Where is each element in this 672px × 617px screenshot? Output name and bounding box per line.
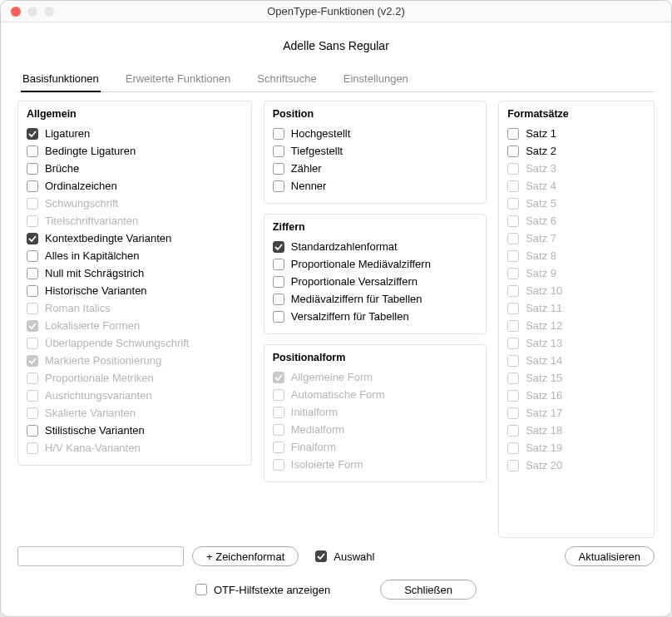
ziffern-item-2[interactable]: Proportionale Versalziffern [273, 273, 477, 290]
checkbox-icon[interactable] [273, 163, 284, 175]
group-ziffern: ZiffernStandardzahlenformatProportionale… [264, 214, 487, 334]
checkbox-label: Roman Italics [45, 302, 111, 314]
checkbox-label: Satz 7 [526, 232, 556, 244]
ziffern-item-1[interactable]: Proportionale Mediävalziffern [273, 255, 477, 273]
format-name-input[interactable] [17, 546, 184, 566]
positionalform-item-3: Medialform [273, 421, 477, 438]
checkbox-icon [507, 407, 519, 419]
position-item-1[interactable]: Tiefgestellt [273, 142, 477, 160]
checkbox-label: Kontextbedingte Varianten [45, 232, 171, 244]
allgemein-item-2[interactable]: Brüche [27, 160, 243, 177]
allgemein-item-0[interactable]: Ligaturen [27, 125, 243, 142]
formatsaetze-item-2: Satz 3 [507, 160, 645, 177]
zoom-icon[interactable] [44, 7, 54, 17]
formatsaetze-item-16: Satz 17 [507, 404, 645, 422]
position-item-3[interactable]: Nenner [273, 177, 477, 195]
tab-1[interactable]: Erweiterte Funktionen [124, 67, 232, 91]
hilfetexte-checkbox-row[interactable]: OTF-Hilfstexte anzeigen [195, 581, 330, 599]
group-position: PositionHochgestelltTiefgestelltZählerNe… [264, 101, 487, 204]
checkbox-label: Markierte Positionierung [45, 354, 161, 367]
formatsaetze-item-8: Satz 9 [507, 264, 645, 282]
font-name: Adelle Sans Regular [17, 39, 655, 52]
allgemein-item-12: Überlappende Schwungschrift [27, 334, 243, 352]
checkbox-icon [507, 460, 519, 471]
allgemein-item-17[interactable]: Stilistische Varianten [27, 422, 243, 439]
checkbox-icon[interactable] [27, 233, 38, 244]
tab-3[interactable]: Einstellungen [342, 67, 410, 91]
auswahl-checkbox[interactable] [315, 550, 327, 562]
checkbox-label: Ordinalzeichen [45, 180, 117, 192]
allgemein-item-7[interactable]: Alles in Kapitälchen [27, 247, 243, 264]
checkbox-label: Ausrichtungsvarianten [45, 389, 152, 402]
minimize-icon[interactable] [27, 7, 37, 17]
ziffern-item-0[interactable]: Standardzahlenformat [273, 238, 477, 255]
checkbox-label: Null mit Schrägstrich [45, 267, 144, 279]
checkbox-icon[interactable] [273, 128, 284, 140]
checkbox-icon[interactable] [27, 285, 38, 297]
checkbox-icon [27, 198, 38, 210]
formatsaetze-item-5: Satz 6 [507, 212, 645, 230]
hilfetexte-checkbox[interactable] [195, 584, 207, 595]
checkbox-label: Satz 5 [526, 197, 556, 210]
checkbox-label: H/V Kana-Varianten [45, 442, 141, 454]
add-format-button[interactable]: + Zeichenformat [192, 546, 299, 566]
formatsaetze-item-14: Satz 15 [507, 369, 645, 387]
formatsaetze-item-1[interactable]: Satz 2 [507, 142, 645, 160]
allgemein-item-8[interactable]: Null mit Schrägstrich [27, 264, 243, 282]
aktualisieren-button[interactable]: Aktualisieren [565, 546, 655, 566]
checkbox-label: Mediävalziffern für Tabellen [291, 293, 422, 305]
checkbox-icon[interactable] [273, 241, 284, 253]
checkbox-icon[interactable] [27, 425, 38, 437]
checkbox-icon[interactable] [507, 146, 519, 157]
checkbox-icon[interactable] [273, 180, 284, 192]
auswahl-checkbox-row[interactable]: Auswahl [315, 548, 374, 565]
checkbox-icon [27, 390, 38, 402]
allgemein-item-1[interactable]: Bedingte Ligaturen [27, 142, 243, 160]
checkbox-icon[interactable] [27, 163, 38, 175]
content: Adelle Sans Regular BasisfunktionenErwei… [1, 22, 671, 616]
allgemein-item-6[interactable]: Kontextbedingte Varianten [27, 230, 243, 247]
checkbox-icon[interactable] [273, 146, 284, 157]
checkbox-icon [27, 442, 38, 454]
schliessen-button[interactable]: Schließen [380, 580, 477, 600]
column-1: AllgemeinLigaturenBedingte LigaturenBrüc… [17, 101, 252, 538]
close-icon[interactable] [11, 7, 21, 17]
checkbox-icon[interactable] [27, 128, 38, 140]
checkbox-icon [27, 338, 38, 349]
checkbox-label: Finalform [291, 441, 336, 453]
positionalform-item-5: Isoloierte Form [273, 456, 477, 473]
checkbox-icon[interactable] [507, 128, 519, 140]
checkbox-icon[interactable] [273, 259, 284, 270]
ziffern-item-4[interactable]: Versalziffern für Tabellen [273, 308, 477, 325]
formatsaetze-item-3: Satz 4 [507, 177, 645, 195]
ziffern-item-3[interactable]: Mediävalziffern für Tabellen [273, 290, 477, 308]
checkbox-label: Proportionale Mediävalziffern [291, 258, 431, 270]
checkbox-icon[interactable] [27, 268, 38, 279]
checkbox-icon[interactable] [27, 250, 38, 262]
checkbox-icon[interactable] [273, 276, 284, 288]
tab-2[interactable]: Schriftsuche [255, 67, 319, 91]
checkbox-icon[interactable] [27, 146, 38, 157]
checkbox-icon[interactable] [27, 180, 38, 192]
checkbox-label: Satz 16 [526, 389, 562, 402]
allgemein-item-9[interactable]: Historische Varianten [27, 282, 243, 299]
allgemein-title: Allgemein [27, 108, 243, 120]
tab-0[interactable]: Basisfunktionen [21, 67, 101, 91]
position-title: Position [273, 108, 477, 120]
formatsaetze-item-7: Satz 8 [507, 247, 645, 264]
checkbox-label: Satz 9 [526, 267, 556, 279]
position-item-0[interactable]: Hochgestellt [273, 125, 477, 142]
group-positionalform: PositionalformAllgemeine FormAutomatisch… [264, 344, 487, 482]
position-item-2[interactable]: Zähler [273, 160, 477, 177]
checkbox-label: Satz 8 [526, 249, 556, 262]
allgemein-item-3[interactable]: Ordinalzeichen [27, 177, 243, 195]
allgemein-item-13: Markierte Positionierung [27, 352, 243, 369]
checkbox-icon [507, 285, 519, 297]
checkbox-label: Proportionale Metriken [45, 372, 154, 384]
formatsaetze-item-0[interactable]: Satz 1 [507, 125, 645, 142]
checkbox-icon [507, 268, 519, 279]
positionalform-item-4: Finalform [273, 438, 477, 456]
checkbox-icon[interactable] [273, 311, 284, 323]
checkbox-icon[interactable] [273, 294, 284, 305]
ziffern-title: Ziffern [273, 221, 477, 233]
